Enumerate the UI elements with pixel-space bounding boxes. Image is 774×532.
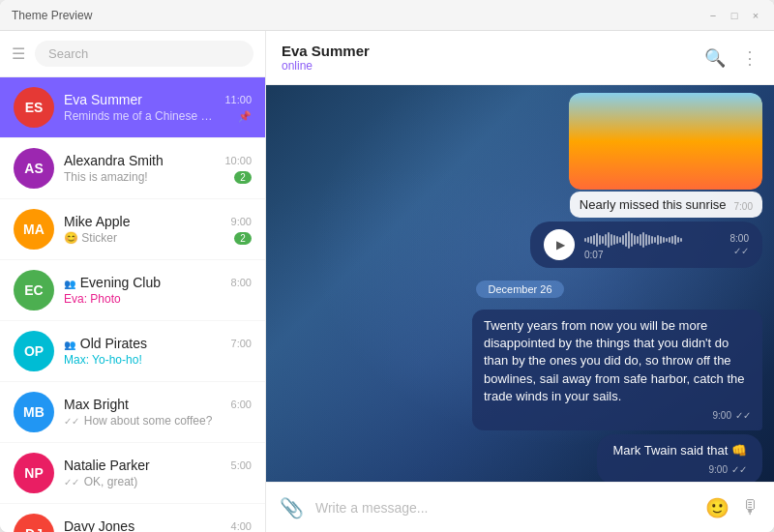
audio-message: ▶ 0:07 8:00 ✓✓: [278, 222, 762, 268]
photo-caption-bubble: Nearly missed this sunrise 7:00: [570, 192, 762, 218]
play-button[interactable]: ▶: [544, 229, 575, 260]
wave-bar: [671, 236, 673, 244]
chat-list: ES Eva Summer 11:00 Reminds me of a Chin…: [0, 77, 265, 532]
search-input[interactable]: [48, 46, 240, 61]
twain-footer: 9:00 ✓✓: [612, 463, 747, 477]
audio-elapsed: 0:07: [584, 250, 721, 260]
chat-time: 4:00: [231, 520, 252, 532]
wave-bar: [610, 234, 612, 246]
chat-name-row: Natalie Parker 5:00: [64, 458, 252, 473]
wave-bar: [669, 237, 670, 243]
emoji-icon[interactable]: 🙂: [705, 496, 729, 519]
long-message-text: Twenty years from now you will be more d…: [484, 318, 745, 403]
chat-header-actions: 🔍 ⋮: [704, 47, 759, 69]
wave-bar: [651, 236, 653, 244]
chat-name: Alexandra Smith: [64, 153, 164, 168]
message-input[interactable]: [315, 500, 694, 516]
more-icon[interactable]: ⋮: [741, 47, 759, 69]
avatar: AS: [14, 148, 54, 189]
chat-item-max-bright[interactable]: MB Max Bright 6:00 ✓✓ How about some cof…: [0, 382, 265, 443]
chat-preview: ✓✓ How about some coffee?: [64, 414, 212, 428]
chat-preview-row: Max: Yo-ho-ho!: [64, 353, 252, 367]
chat-item-mike-apple[interactable]: MA Mike Apple 9:00 😊 Sticker 2: [0, 199, 265, 260]
chat-info: Mike Apple 9:00 😊 Sticker 2: [64, 214, 252, 245]
hamburger-icon[interactable]: ☰: [12, 44, 25, 63]
audio-info: 0:07: [584, 230, 721, 260]
app-window: Theme Preview − □ × ☰ ES Eva Summer 11:0…: [0, 0, 774, 532]
double-check-icon: ✓✓: [64, 477, 82, 488]
wave-bar: [584, 238, 586, 242]
chat-preview: Eva: Photo: [64, 292, 121, 306]
audio-msg-time: 8:00: [730, 233, 749, 244]
chat-time: 6:00: [231, 399, 252, 410]
wave-bar: [666, 238, 668, 242]
long-msg-time: 9:00: [713, 409, 731, 423]
search-icon[interactable]: 🔍: [704, 47, 726, 69]
attach-icon[interactable]: 📎: [280, 496, 304, 519]
chat-info: Alexandra Smith 10:00 This is amazing! 2: [64, 153, 252, 184]
chat-time: 5:00: [231, 459, 252, 471]
photo-message: Nearly missed this sunrise 7:00: [278, 93, 762, 218]
wave-bar: [616, 236, 618, 244]
app-body: ☰ ES Eva Summer 11:00 Reminds me of a Ch…: [0, 31, 774, 532]
twain-time: 9:00: [709, 463, 728, 477]
wave-bar: [642, 232, 644, 248]
chat-name: Natalie Parker: [64, 458, 150, 473]
audio-check: ✓✓: [733, 246, 749, 256]
chat-preview-row: This is amazing! 2: [64, 170, 252, 184]
chat-name: 👥 Evening Club: [64, 275, 161, 290]
twain-check: ✓✓: [731, 463, 747, 477]
chat-info: Natalie Parker 5:00 ✓✓ OK, great): [64, 458, 252, 488]
wave-bar: [648, 235, 650, 245]
maximize-button[interactable]: □: [728, 9, 741, 22]
chat-name-row: Eva Summer 11:00: [64, 92, 252, 107]
photo-caption: Nearly missed this sunrise: [580, 197, 727, 212]
chat-item-evening-club[interactable]: EC 👥 Evening Club 8:00 Eva: Photo: [0, 260, 265, 321]
date-chip: December 26: [476, 281, 563, 298]
chat-name-row: 👥 Old Pirates 7:00: [64, 336, 252, 351]
chat-status: online: [282, 59, 370, 73]
chat-preview: ✓✓ OK, great): [64, 475, 137, 488]
chat-name-row: Davy Jones 4:00: [64, 518, 252, 532]
mic-icon[interactable]: 🎙: [741, 496, 760, 518]
close-button[interactable]: ×: [749, 9, 762, 22]
unread-badge: 2: [234, 232, 252, 245]
twain-text: Mark Twain said that 👊: [612, 443, 747, 458]
unread-badge: 2: [234, 171, 252, 184]
group-icon: 👥: [64, 279, 78, 289]
messages-container: Nearly missed this sunrise 7:00 ▶: [266, 85, 774, 482]
chat-item-eva-summer[interactable]: ES Eva Summer 11:00 Reminds me of a Chin…: [0, 77, 265, 138]
chat-preview-row: 😊 Sticker 2: [64, 231, 252, 245]
chat-item-davy-jones[interactable]: DJ Davy Jones 4:00 Keynote.pdf: [0, 504, 265, 532]
audio-right: 8:00 ✓✓: [730, 233, 749, 256]
chat-input-area: 📎 🙂 🎙: [266, 482, 774, 532]
minimize-button[interactable]: −: [706, 9, 720, 22]
wave-bar: [605, 234, 607, 246]
chat-name-row: Mike Apple 9:00: [64, 214, 252, 229]
search-box[interactable]: [35, 41, 253, 67]
chat-name: Mike Apple: [64, 214, 130, 229]
chat-time: 10:00: [224, 155, 252, 166]
avatar: ES: [14, 87, 54, 128]
msg-footer: 9:00 ✓✓: [484, 409, 751, 423]
twain-message: Mark Twain said that 👊 9:00 ✓✓: [278, 434, 762, 482]
wave-bar: [631, 233, 633, 247]
chat-info: 👥 Evening Club 8:00 Eva: Photo: [64, 275, 252, 306]
chat-item-old-pirates[interactable]: OP 👥 Old Pirates 7:00 Max: Yo-ho-ho!: [0, 321, 265, 382]
avatar: DJ: [14, 514, 54, 532]
wave-bar: [596, 233, 598, 247]
chat-name-row: Alexandra Smith 10:00: [64, 153, 252, 168]
wave-bar: [608, 232, 610, 248]
avatar: MB: [14, 392, 54, 432]
chat-messages: Nearly missed this sunrise 7:00 ▶: [266, 85, 774, 482]
sidebar: ☰ ES Eva Summer 11:00 Reminds me of a Ch…: [0, 31, 266, 532]
chat-item-natalie-parker[interactable]: NP Natalie Parker 5:00 ✓✓ OK, great): [0, 443, 265, 504]
wave-bar: [602, 236, 604, 244]
chat-time: 9:00: [231, 216, 252, 227]
audio-bubble: ▶ 0:07 8:00 ✓✓: [530, 222, 762, 268]
chat-preview: Reminds me of a Chinese prover...: [64, 109, 219, 123]
chat-item-alexandra-smith[interactable]: AS Alexandra Smith 10:00 This is amazing…: [0, 138, 265, 199]
window-controls: − □ ×: [706, 9, 762, 22]
long-message-bubble: Twenty years from now you will be more d…: [472, 310, 762, 430]
wave-bar: [663, 237, 665, 243]
